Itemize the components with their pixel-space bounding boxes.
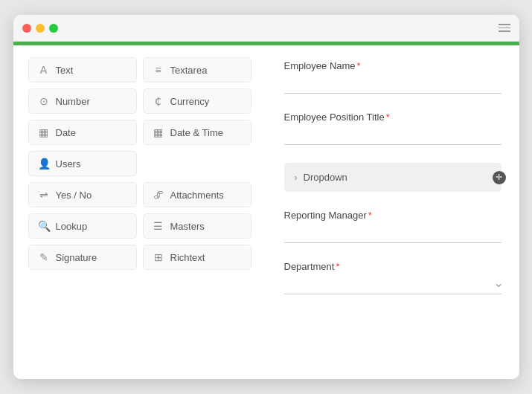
reporting-manager-label: Reporting Manager* <box>284 210 501 221</box>
employee-name-input[interactable] <box>284 76 501 94</box>
employee-position-label: Employee Position Title* <box>284 112 501 123</box>
field-item-date[interactable]: ▦ Date <box>28 120 137 145</box>
field-item-masters[interactable]: ☰ Masters <box>143 213 251 239</box>
field-item-attachments[interactable]: 🖇 Attachments <box>143 182 251 207</box>
textarea-icon: ≡ <box>153 64 164 76</box>
traffic-lights <box>22 24 58 33</box>
datetime-icon: ▦ <box>153 126 164 138</box>
close-button[interactable] <box>22 24 31 33</box>
field-label-lookup: Lookup <box>56 221 88 232</box>
field-label-date: Date <box>56 127 76 138</box>
minimize-button[interactable] <box>36 24 45 33</box>
lookup-icon: 🔍 <box>38 220 50 232</box>
field-item-signature[interactable]: ✎ Signature <box>28 245 137 270</box>
field-label-richtext: Richtext <box>170 252 205 263</box>
field-item-users[interactable]: 👤 Users <box>28 151 137 176</box>
reporting-manager-input[interactable] <box>284 225 501 243</box>
field-item-yesno[interactable]: ⇌ Yes / No <box>28 182 137 207</box>
drag-handle-icon[interactable] <box>493 171 506 184</box>
field-label-currency: Currency <box>170 96 210 107</box>
main-content: A Text ≡ Textarea ⊙ Number ₵ Currency ▦ … <box>13 45 519 379</box>
users-icon: 👤 <box>38 158 50 169</box>
required-mark-4: * <box>336 261 339 272</box>
menu-icon[interactable] <box>499 24 510 32</box>
field-label-number: Number <box>56 96 90 107</box>
department-select[interactable] <box>284 277 501 294</box>
employee-name-label: Employee Name* <box>284 60 501 71</box>
field-label-signature: Signature <box>56 252 97 263</box>
required-mark-3: * <box>368 210 372 221</box>
richtext-icon: ⊞ <box>153 251 164 263</box>
department-label: Department* <box>284 261 501 272</box>
reporting-manager-field: Reporting Manager* <box>284 210 501 243</box>
field-palette: A Text ≡ Textarea ⊙ Number ₵ Currency ▦ … <box>13 45 266 379</box>
field-label-masters: Masters <box>170 221 205 232</box>
masters-icon: ☰ <box>153 220 164 232</box>
field-label-datetime: Date & Time <box>170 127 224 138</box>
maximize-button[interactable] <box>49 24 58 33</box>
field-label-yesno: Yes / No <box>56 190 92 201</box>
field-label-attachments: Attachments <box>170 190 224 201</box>
dropdown-field[interactable]: › Dropdown <box>284 163 501 192</box>
employee-position-field: Employee Position Title* <box>284 112 501 145</box>
field-item-currency[interactable]: ₵ Currency <box>143 88 251 114</box>
field-item-number[interactable]: ⊙ Number <box>28 88 137 114</box>
department-select-wrapper <box>284 277 501 294</box>
yesno-icon: ⇌ <box>38 189 50 201</box>
title-bar <box>13 15 519 42</box>
employee-name-field: Employee Name* <box>284 60 501 94</box>
field-item-lookup[interactable]: 🔍 Lookup <box>28 213 137 239</box>
required-mark-2: * <box>386 112 390 123</box>
form-preview: Employee Name* Employee Position Title* … <box>266 45 519 379</box>
field-item-richtext[interactable]: ⊞ Richtext <box>143 245 251 270</box>
employee-position-input[interactable] <box>284 127 501 145</box>
field-label-textarea: Textarea <box>170 65 208 76</box>
currency-icon: ₵ <box>153 95 164 107</box>
app-window: A Text ≡ Textarea ⊙ Number ₵ Currency ▦ … <box>13 15 519 379</box>
department-field: Department* <box>284 261 501 294</box>
field-label-text: Text <box>56 65 74 76</box>
field-item-text[interactable]: A Text <box>28 57 137 83</box>
number-icon: ⊙ <box>38 95 50 107</box>
field-label-users: Users <box>56 158 81 169</box>
field-item-datetime[interactable]: ▦ Date & Time <box>143 120 251 145</box>
attachments-icon: 🖇 <box>153 189 164 201</box>
field-item-textarea[interactable]: ≡ Textarea <box>143 57 251 83</box>
chevron-down-icon: › <box>295 172 298 183</box>
date-icon: ▦ <box>38 126 50 138</box>
text-icon: A <box>38 64 50 76</box>
signature-icon: ✎ <box>38 251 50 263</box>
required-mark: * <box>357 60 361 71</box>
dropdown-label: Dropdown <box>304 172 347 183</box>
